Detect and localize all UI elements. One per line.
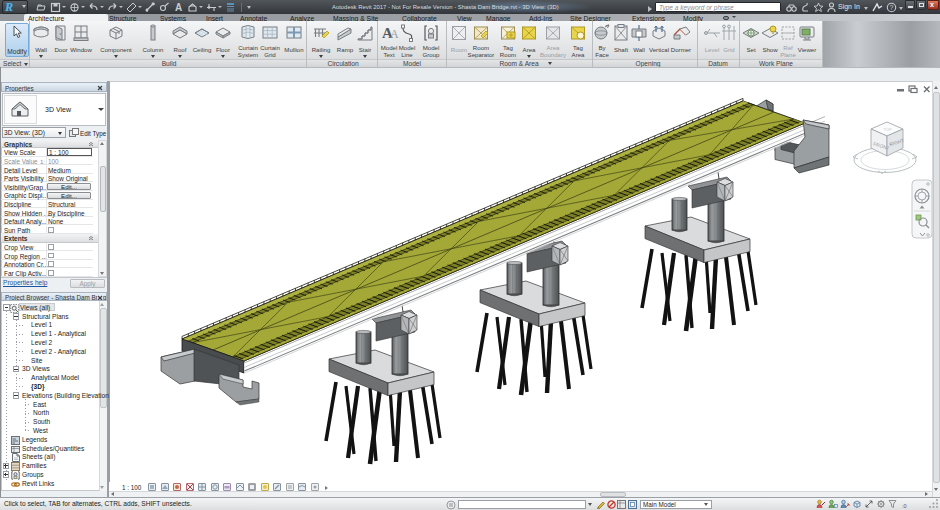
svg-text:?: ? bbox=[890, 4, 894, 11]
svg-text:TOP: TOP bbox=[884, 127, 892, 132]
svg-text:A: A bbox=[175, 2, 182, 13]
